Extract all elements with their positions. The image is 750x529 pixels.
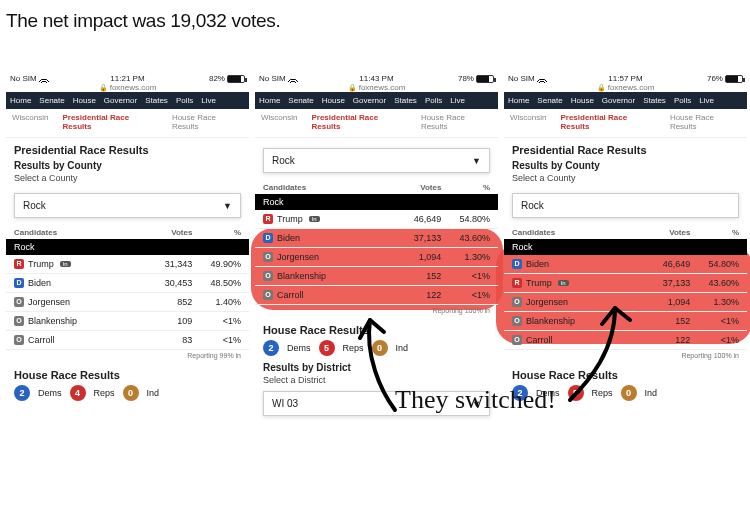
chevron-down-icon: ▼	[223, 201, 232, 211]
nav-polls[interactable]: Polls	[425, 96, 442, 105]
party-badge: O	[14, 335, 24, 345]
pres-title: Presidential Race Results	[512, 144, 739, 156]
party-badge: O	[263, 271, 273, 281]
candidate-pct: <1%	[690, 316, 739, 326]
county-select[interactable]: Rock ▼	[263, 148, 490, 173]
house-title: House Race Results	[512, 369, 739, 381]
dems-count-badge: 2	[263, 340, 279, 356]
candidate-votes: 122	[387, 290, 441, 300]
county-header-row: Rock	[255, 194, 498, 210]
nav-house[interactable]: House	[571, 96, 594, 105]
nav-home[interactable]: Home	[259, 96, 280, 105]
county-select-value: Rock	[521, 200, 544, 211]
candidate-pct: 54.80%	[441, 214, 490, 224]
subnav-pres[interactable]: Presidential Race Results	[62, 113, 157, 131]
subnav-house[interactable]: House Race Results	[421, 113, 492, 131]
party-badge: R	[263, 214, 273, 224]
col-candidates: Candidates	[512, 228, 636, 237]
subnav-house[interactable]: House Race Results	[172, 113, 243, 131]
subnav-pres[interactable]: Presidential Race Results	[560, 113, 655, 131]
candidate-votes: 83	[138, 335, 192, 345]
nav-live[interactable]: Live	[450, 96, 465, 105]
county-header-row: Rock	[504, 239, 747, 255]
candidate-name: Biden	[28, 278, 51, 288]
reps-label: Reps	[94, 388, 115, 398]
nav-live[interactable]: Live	[699, 96, 714, 105]
subnav-state[interactable]: Wisconsin	[510, 113, 546, 131]
nav-polls[interactable]: Polls	[674, 96, 691, 105]
house-counts: 2 Dems 5 Reps 0 Ind	[263, 340, 490, 356]
reporting-text: Reporting 100% in	[255, 305, 498, 320]
nav-states[interactable]: States	[394, 96, 417, 105]
screenshot-phone-3: No SIM 11:57 PM 76% 🔒 foxnews.com Home S…	[504, 72, 747, 422]
candidate-row: OJorgensen1,0941.30%	[504, 293, 747, 312]
candidate-row: DBiden37,13343.60%	[255, 229, 498, 248]
dems-label: Dems	[536, 388, 560, 398]
nav-states[interactable]: States	[145, 96, 168, 105]
nav-governor[interactable]: Governor	[353, 96, 386, 105]
nav-house[interactable]: House	[322, 96, 345, 105]
lock-icon: 🔒	[348, 84, 357, 92]
party-badge: O	[512, 316, 522, 326]
candidate-row: DBiden46,64954.80%	[504, 255, 747, 274]
incumbent-badge: In	[309, 216, 320, 222]
subnav-state[interactable]: Wisconsin	[12, 113, 48, 131]
county-select[interactable]: Rock	[512, 193, 739, 218]
subnav-pres[interactable]: Presidential Race Results	[311, 113, 406, 131]
select-district-label: Select a District	[263, 375, 490, 385]
nav-home[interactable]: Home	[10, 96, 31, 105]
subnav-house[interactable]: House Race Results	[670, 113, 741, 131]
candidate-pct: <1%	[192, 335, 241, 345]
candidate-votes: 46,649	[387, 214, 441, 224]
nav-states[interactable]: States	[643, 96, 666, 105]
top-nav: Home Senate House Governor States Polls …	[255, 92, 498, 109]
status-time: 11:21 PM	[110, 74, 144, 83]
candidate-pct: 1.30%	[441, 252, 490, 262]
candidate-votes: 37,133	[636, 278, 690, 288]
ind-count-badge: 0	[621, 385, 637, 401]
party-badge: O	[263, 252, 273, 262]
nav-governor[interactable]: Governor	[104, 96, 137, 105]
candidate-row: OJorgensen1,0941.30%	[255, 248, 498, 267]
candidate-votes: 37,133	[387, 233, 441, 243]
url-text: foxnews.com	[608, 83, 655, 92]
url-text: foxnews.com	[359, 83, 406, 92]
county-select[interactable]: Rock ▼	[14, 193, 241, 218]
nav-polls[interactable]: Polls	[176, 96, 193, 105]
nav-home[interactable]: Home	[508, 96, 529, 105]
subnav-state[interactable]: Wisconsin	[261, 113, 297, 131]
nav-senate[interactable]: Senate	[537, 96, 562, 105]
candidate-votes: 152	[387, 271, 441, 281]
candidate-row: OBlankenship109<1%	[6, 312, 249, 331]
candidate-name: Biden	[526, 259, 549, 269]
sub-nav: Wisconsin Presidential Race Results Hous…	[6, 109, 249, 138]
nav-senate[interactable]: Senate	[39, 96, 64, 105]
chevron-down-icon: ▼	[472, 399, 481, 409]
candidate-votes: 46,649	[636, 259, 690, 269]
candidate-pct: 1.40%	[192, 297, 241, 307]
status-nosim: No SIM	[259, 74, 286, 83]
dems-label: Dems	[38, 388, 62, 398]
top-nav: Home Senate House Governor States Polls …	[504, 92, 747, 109]
url-bar[interactable]: 🔒 foxnews.com	[504, 83, 747, 92]
nav-live[interactable]: Live	[201, 96, 216, 105]
headline-text: The net impact was 19,032 votes.	[0, 0, 750, 32]
chevron-down-icon: ▼	[472, 156, 481, 166]
dems-label: Dems	[287, 343, 311, 353]
nav-governor[interactable]: Governor	[602, 96, 635, 105]
url-bar[interactable]: 🔒 foxnews.com	[6, 83, 249, 92]
district-select[interactable]: WI 03 ▼	[263, 391, 490, 416]
candidate-row: OJorgensen8521.40%	[6, 293, 249, 312]
col-votes: Votes	[636, 228, 690, 237]
party-badge: O	[512, 297, 522, 307]
candidate-name: Carroll	[28, 335, 55, 345]
nav-senate[interactable]: Senate	[288, 96, 313, 105]
url-bar[interactable]: 🔒 foxnews.com	[255, 83, 498, 92]
lock-icon: 🔒	[99, 84, 108, 92]
candidate-name: Carroll	[526, 335, 553, 345]
candidate-pct: 43.60%	[690, 278, 739, 288]
select-county-label: Select a County	[512, 173, 739, 183]
nav-house[interactable]: House	[73, 96, 96, 105]
reporting-text: Reporting 100% in	[504, 350, 747, 365]
candidate-name: Blankenship	[28, 316, 77, 326]
